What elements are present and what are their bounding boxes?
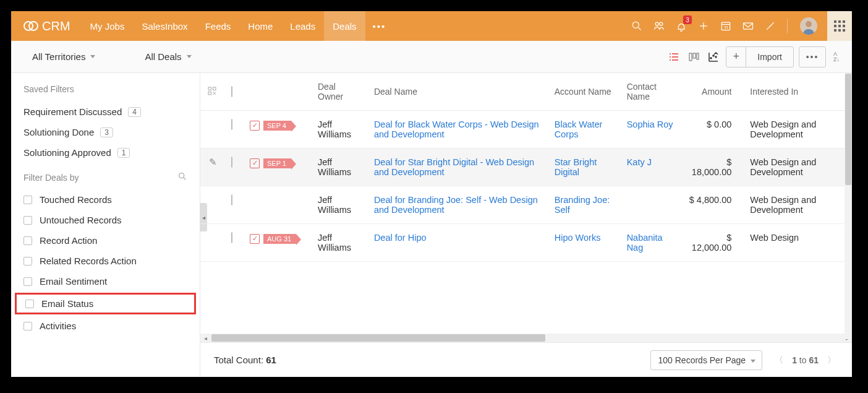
app-name: CRM (42, 19, 70, 33)
filter-search-icon[interactable] (177, 171, 187, 183)
more-actions-button[interactable]: ••• (799, 46, 826, 67)
cell-deal-name[interactable]: Deal for Black Water Corps - Web Design … (374, 119, 539, 139)
nav-feeds[interactable]: Feeds (197, 11, 240, 41)
svg-line-13 (769, 22, 774, 27)
checkbox-icon[interactable] (23, 196, 32, 204)
deals-table: Deal Owner Deal Name Account Name Contac… (200, 73, 852, 262)
saved-filter-item[interactable]: Requirement Discussed4 (23, 101, 187, 122)
records-per-page-dropdown[interactable]: 100 Records Per Page (650, 350, 763, 370)
cell-amount: $ 0.00 (681, 111, 744, 149)
col-interested-in[interactable]: Interested In (744, 73, 852, 111)
cell-account-name[interactable]: Branding Joe: Self (555, 195, 610, 215)
row-checkbox[interactable] (231, 157, 232, 168)
svg-rect-21 (689, 53, 692, 61)
table-row[interactable]: ✎ ✓SEP 1 Jeff Williams Deal for Star Bri… (200, 149, 852, 186)
contacts-icon[interactable] (651, 18, 667, 34)
task-check-icon[interactable]: ✓ (250, 234, 260, 244)
horizontal-scrollbar[interactable]: ◂▸ (200, 334, 852, 342)
add-icon[interactable] (696, 18, 712, 34)
checkbox-icon[interactable] (23, 257, 32, 266)
cell-account-name[interactable]: Black Water Corps (555, 119, 603, 139)
checkbox-icon[interactable] (25, 300, 34, 308)
col-amount[interactable]: Amount (681, 73, 744, 111)
apps-launcher-icon[interactable] (827, 11, 852, 41)
filter-activities[interactable]: Activities (11, 316, 200, 336)
checkbox-icon[interactable] (23, 216, 32, 225)
col-deal-name[interactable]: Deal Name (368, 73, 548, 111)
import-button[interactable]: + Import (726, 46, 794, 67)
table-settings-icon[interactable] (200, 73, 225, 111)
checkbox-icon[interactable] (23, 236, 32, 245)
cell-contact-name[interactable]: Katy J (627, 157, 652, 167)
cell-interested-in: Web Design and Development (744, 111, 852, 149)
svg-line-28 (184, 178, 185, 179)
mail-icon[interactable] (740, 18, 756, 34)
calendar-icon[interactable]: 31 (718, 18, 734, 34)
cell-account-name[interactable]: Star Bright Digital (555, 157, 597, 177)
row-checkbox[interactable] (231, 194, 232, 205)
chart-view-icon[interactable] (706, 50, 721, 64)
col-contact-name[interactable]: Contact Name (621, 73, 681, 111)
filter-email-sentiment[interactable]: Email Sentiment (11, 271, 200, 292)
col-account-name[interactable]: Account Name (548, 73, 621, 111)
cell-contact-name[interactable]: Nabanita Nag (627, 233, 663, 253)
filter-related-records-action[interactable]: Related Records Action (11, 251, 200, 271)
checkbox-icon[interactable] (23, 322, 32, 330)
nav-my-jobs[interactable]: My Jobs (82, 11, 134, 41)
deals-view-dropdown[interactable]: All Deals (145, 51, 191, 62)
filter-touched-records[interactable]: Touched Records (11, 189, 200, 210)
vertical-scrollbar[interactable] (845, 73, 852, 339)
cell-interested-in: Web Design and Development (744, 149, 852, 186)
nav-more[interactable]: ••• (365, 11, 394, 41)
sort-az-icon[interactable]: AZ↓ (833, 51, 840, 63)
cell-amount: $ 4,800.00 (681, 186, 744, 224)
deals-content: Deal Owner Deal Name Account Name Contac… (200, 73, 852, 377)
svg-point-5 (660, 22, 663, 25)
row-checkbox[interactable] (231, 232, 232, 243)
app-logo[interactable]: CRM (23, 19, 70, 33)
kanban-view-icon[interactable] (686, 50, 701, 64)
cell-deal-name[interactable]: Deal for Hipo (374, 233, 427, 243)
notifications-icon[interactable]: 3 (673, 18, 689, 34)
checkbox-icon[interactable] (23, 277, 32, 286)
date-flag: SEP 1 (263, 158, 291, 168)
cell-contact-name[interactable]: Sophia Roy (627, 119, 673, 129)
filter-untouched-records[interactable]: Untouched Records (11, 210, 200, 230)
user-avatar[interactable] (800, 17, 817, 35)
nav-home[interactable]: Home (239, 11, 281, 41)
top-header: CRM My JobsSalesInboxFeedsHomeLeadsDeals… (11, 11, 852, 41)
list-view-icon[interactable] (666, 50, 681, 64)
pager-next[interactable]: 〉 (825, 355, 838, 366)
select-all-checkbox[interactable] (225, 73, 244, 111)
territories-dropdown[interactable]: All Territories (32, 51, 95, 62)
table-row[interactable]: ✎ ✓AUG 31 Jeff Williams Deal for Hipo Hi… (200, 224, 852, 262)
cell-amount: $ 12,000.00 (681, 224, 744, 262)
col-deal-owner[interactable]: Deal Owner (312, 73, 368, 111)
search-icon[interactable] (629, 18, 645, 34)
saved-filter-item[interactable]: Solutioning Done3 (23, 122, 187, 142)
pager-prev[interactable]: 〈 (772, 355, 786, 366)
filter-email-status[interactable]: Email Status (15, 293, 196, 314)
tools-icon[interactable] (762, 18, 778, 34)
filter-by-title: Filter Deals by (23, 173, 79, 183)
cell-account-name[interactable]: Hipo Works (555, 233, 601, 243)
saved-filter-item[interactable]: Solutioning Approved1 (23, 142, 187, 163)
task-check-icon[interactable]: ✓ (250, 121, 260, 131)
table-row[interactable]: ✎ Jeff Williams Deal for Branding Joe: S… (200, 186, 852, 224)
table-row[interactable]: ✎ ✓SEP 4 Jeff Williams Deal for Black Wa… (200, 111, 852, 149)
cell-deal-name[interactable]: Deal for Star Bright Digital - Web Desig… (374, 157, 534, 177)
svg-text:31: 31 (725, 25, 728, 29)
edit-row-icon[interactable]: ✎ (209, 157, 217, 167)
task-check-icon[interactable]: ✓ (250, 158, 260, 168)
filter-record-action[interactable]: Record Action (11, 230, 200, 251)
plus-icon[interactable]: + (726, 47, 746, 67)
total-count: Total Count: 61 (214, 355, 276, 365)
svg-line-3 (639, 28, 641, 30)
nav-leads[interactable]: Leads (281, 11, 324, 41)
svg-rect-11 (744, 23, 753, 29)
nav-salesinbox[interactable]: SalesInbox (133, 11, 196, 41)
crm-logo-icon (23, 19, 38, 33)
cell-deal-name[interactable]: Deal for Branding Joe: Self - Web Design… (374, 195, 538, 215)
row-checkbox[interactable] (231, 119, 232, 130)
nav-deals[interactable]: Deals (324, 11, 365, 41)
